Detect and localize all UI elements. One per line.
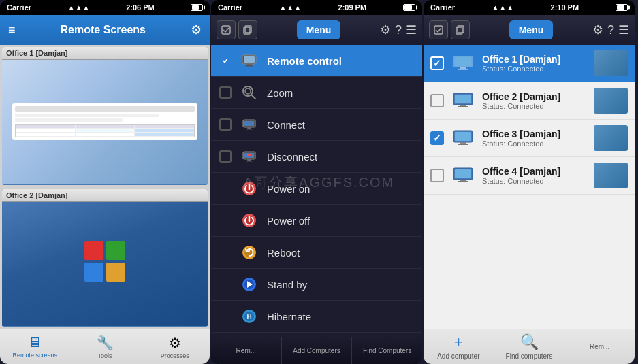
menu-label-reboot: Reboot <box>267 247 300 259</box>
phone-2: Carrier ▲▲▲ 2:09 PM Menu ⚙ ? ☰ <box>211 0 422 364</box>
office-name-4: Office 4 [Damjan] <box>482 166 587 177</box>
svg-rect-13 <box>246 129 253 130</box>
menu-label-disconnect: Disconnect <box>267 151 317 163</box>
footer-rem-label-3: Rem... <box>590 343 609 350</box>
svg-rect-0 <box>222 26 230 34</box>
phone-1: Carrier ▲▲▲ 2:06 PM ≡ Remote Screens ⚙ O… <box>0 0 210 364</box>
time-3: 2:10 PM <box>551 3 579 12</box>
menu-item-connect[interactable]: Connect <box>211 109 422 141</box>
list-icon[interactable]: ☰ <box>406 22 417 37</box>
svg-point-8 <box>245 88 251 94</box>
phone2-footer: Rem... Add Computers Find Computers <box>211 337 422 364</box>
office-item-3[interactable]: ✓ Office 3 [Damjan] Status: Connected <box>424 120 635 157</box>
footer-find-computers[interactable]: 🔍 Find computers <box>494 329 565 364</box>
office-thumb-2 <box>594 88 628 114</box>
footer-rem[interactable]: Rem... <box>211 337 282 364</box>
screen-tile-content-2 <box>2 202 208 327</box>
office-item-1[interactable]: ✓ Office 1 [Damjan] Status: Connected <box>424 45 635 82</box>
office-info-1: Office 1 [Damjan] Status: Connected <box>482 54 587 73</box>
screen-tile-header-2: Office 2 [Damjan] <box>2 189 208 202</box>
footer-label-0: Remote screens <box>13 352 58 359</box>
header-left-icons <box>217 20 257 39</box>
svg-rect-54 <box>460 105 466 106</box>
copy-icon-3[interactable] <box>451 20 470 39</box>
menu-label-hibernate: Hibernate <box>267 311 311 322</box>
settings-icon[interactable]: ⚙ <box>191 22 202 37</box>
office-status-1: Status: Connected <box>482 65 587 73</box>
phone1-footer: 🖥 Remote screens 🔧 Tools ⚙ Processes <box>0 329 210 364</box>
gear-icon-3[interactable]: ⚙ <box>592 22 603 37</box>
phone-3: Carrier ▲▲▲ 2:10 PM Menu ⚙ ? ☰ ✓ <box>424 0 635 364</box>
battery-2 <box>403 4 415 11</box>
hibernate-icon: H <box>240 307 259 326</box>
office-status-2: Status: Connected <box>482 102 587 110</box>
office-status-4: Status: Connected <box>482 177 587 185</box>
svg-rect-57 <box>455 132 471 141</box>
office-item-4[interactable]: Office 4 [Damjan] Status: Connected <box>424 157 635 195</box>
footer-rem-3[interactable]: Rem... <box>564 329 635 364</box>
office-info-2: Office 2 [Damjan] Status: Connected <box>482 91 587 110</box>
screen-tile-1[interactable]: Office 1 [Damjan] <box>2 47 208 185</box>
gear-icon[interactable]: ⚙ <box>380 22 391 37</box>
office-info-3: Office 3 [Damjan] Status: Connected <box>482 129 587 148</box>
svg-rect-53 <box>455 95 471 103</box>
footer-find-computers[interactable]: Find Computers <box>352 337 422 364</box>
menu-item-remote-control[interactable]: Remote control <box>211 45 422 77</box>
copy-icon[interactable] <box>238 20 257 39</box>
hamburger-icon[interactable]: ≡ <box>8 23 16 37</box>
checkbox-connect <box>219 118 232 131</box>
menu-item-power-off[interactable]: Power off <box>211 205 422 237</box>
checkbox-icon-3[interactable] <box>429 20 448 39</box>
screens-list: Office 1 [Damjan] <box>0 45 210 329</box>
office-status-3: Status: Connected <box>482 139 587 148</box>
office-info-4: Office 4 [Damjan] Status: Connected <box>482 166 587 185</box>
footer-remote-screens[interactable]: 🖥 Remote screens <box>0 329 70 364</box>
list-icon-3[interactable]: ☰ <box>618 22 629 37</box>
menu-item-power-on[interactable]: Power on <box>211 173 422 205</box>
menu-button-3[interactable]: Menu <box>509 20 554 39</box>
menu-item-disconnect[interactable]: Disconnect <box>211 141 422 173</box>
wifi-icon-1: ▲▲▲ <box>67 3 90 12</box>
footer-add-label: Add Computers <box>293 347 340 354</box>
menu-item-reboot[interactable]: Reboot <box>211 237 422 269</box>
carrier-3: Carrier <box>430 3 455 12</box>
checkbox-remote-control <box>219 54 232 67</box>
menu-item-hibernate[interactable]: H Hibernate <box>211 301 422 333</box>
office-name-2: Office 2 [Damjan] <box>482 91 587 102</box>
footer-add-computers[interactable]: Add Computers <box>282 337 353 364</box>
windows-logo <box>84 241 125 282</box>
menu-button[interactable]: Menu <box>297 20 341 39</box>
svg-rect-45 <box>434 26 443 34</box>
footer-processes[interactable]: ⚙ Processes <box>140 329 210 364</box>
screen-tile-2[interactable]: Office 2 [Damjan] <box>2 189 208 327</box>
menu-item-stand-by[interactable]: Stand by <box>211 269 422 301</box>
office-thumb-1 <box>594 50 628 76</box>
screen-tile-content-1 <box>2 60 208 184</box>
office-checkbox-2 <box>430 94 444 107</box>
carrier-1: Carrier <box>7 3 31 12</box>
power-on-icon <box>240 179 259 198</box>
office-item-2[interactable]: Office 2 [Damjan] Status: Connected <box>424 82 635 120</box>
checkbox-icon[interactable] <box>217 20 236 39</box>
svg-rect-61 <box>455 169 471 178</box>
office-checkbox-3: ✓ <box>430 131 444 145</box>
footer-label-1: Tools <box>98 352 112 359</box>
footer-tools[interactable]: 🔧 Tools <box>70 329 140 364</box>
reboot-icon <box>240 243 259 262</box>
time-2: 2:09 PM <box>338 3 367 12</box>
svg-rect-62 <box>460 180 466 181</box>
menu-label-connect: Connect <box>267 119 305 131</box>
menu-item-zoom[interactable]: Zoom <box>211 77 422 109</box>
status-bar-3: Carrier ▲▲▲ 2:10 PM <box>424 0 635 15</box>
phone3-header-right: ⚙ ? ☰ <box>592 22 629 37</box>
footer-add-computer[interactable]: + Add computer <box>424 329 494 364</box>
svg-rect-12 <box>247 127 251 129</box>
connect-icon <box>240 115 259 134</box>
office-list: ✓ Office 1 [Damjan] Status: Connected <box>424 45 635 329</box>
office-computer-icon-4 <box>451 166 475 185</box>
svg-rect-50 <box>460 67 466 69</box>
help-icon-3[interactable]: ? <box>607 23 614 37</box>
office-thumb-4 <box>594 163 628 188</box>
help-icon[interactable]: ? <box>395 23 402 37</box>
svg-rect-4 <box>244 56 255 63</box>
